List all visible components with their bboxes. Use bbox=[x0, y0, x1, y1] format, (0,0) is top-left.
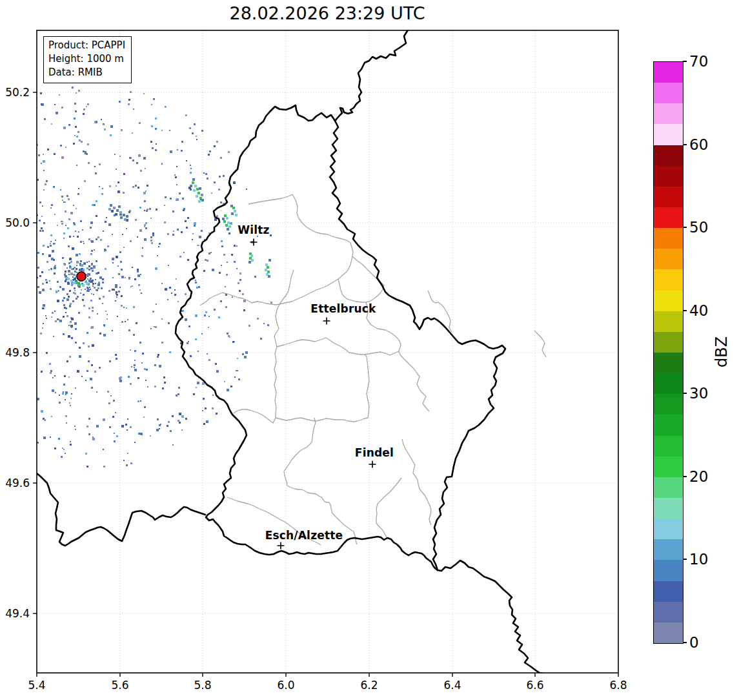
colorbar-tick bbox=[683, 393, 687, 394]
x-tick-label: 6.4 bbox=[443, 679, 461, 692]
info-height: Height: 1000 m bbox=[48, 52, 125, 66]
x-tick-label: 5.4 bbox=[28, 679, 45, 692]
x-tick-label: 6.6 bbox=[526, 679, 543, 692]
info-product: Product: PCAPPI bbox=[48, 39, 125, 52]
colorbar-tick-label: 40 bbox=[689, 302, 708, 319]
colorbar-segment bbox=[654, 166, 683, 187]
colorbar-tick bbox=[683, 310, 687, 311]
x-tick-label: 6.0 bbox=[277, 679, 294, 692]
colorbar-tick-label: 10 bbox=[689, 551, 708, 568]
colorbar-segment bbox=[654, 269, 683, 290]
dbz-colorbar bbox=[653, 61, 683, 644]
colorbar-segment bbox=[654, 103, 683, 124]
colorbar-segment bbox=[654, 394, 683, 415]
city-marker-findel bbox=[369, 461, 376, 468]
colorbar-tick-label: 50 bbox=[689, 219, 708, 236]
x-tick-label: 6.8 bbox=[609, 679, 627, 692]
colorbar-tick-label: 60 bbox=[689, 136, 708, 153]
x-tick-label: 5.6 bbox=[111, 679, 128, 692]
colorbar-tick bbox=[683, 144, 687, 145]
radar-figure: 28.02.2026 23:29 UTC Product: PCAPPI Hei… bbox=[0, 0, 739, 700]
colorbar-tick-label: 30 bbox=[689, 385, 708, 402]
product-info-box: Product: PCAPPI Height: 1000 m Data: RMI… bbox=[43, 36, 132, 83]
colorbar-segment bbox=[654, 145, 683, 166]
colorbar-tick bbox=[683, 642, 687, 643]
colorbar-segment bbox=[654, 353, 683, 373]
city-label-findel: Findel bbox=[355, 446, 394, 459]
colorbar-segment bbox=[654, 62, 683, 83]
info-data-source: Data: RMIB bbox=[48, 66, 125, 79]
colorbar-segment bbox=[654, 602, 683, 623]
colorbar-segment bbox=[654, 332, 683, 353]
colorbar-segment bbox=[654, 498, 683, 519]
map-canvas bbox=[0, 0, 739, 700]
colorbar-segment bbox=[654, 207, 683, 228]
figure-title: 28.02.2026 23:29 UTC bbox=[229, 3, 425, 23]
y-tick-label: 49.4 bbox=[5, 607, 30, 620]
colorbar-segment bbox=[654, 519, 683, 539]
radar-site-dot bbox=[77, 272, 86, 281]
x-tick-label: 5.8 bbox=[194, 679, 211, 692]
colorbar-segment bbox=[654, 124, 683, 145]
y-tick-label: 49.6 bbox=[5, 477, 30, 489]
colorbar-tick bbox=[683, 559, 687, 560]
colorbar-segment bbox=[654, 228, 683, 249]
colorbar-tick bbox=[683, 61, 687, 62]
colorbar-tick-label: 70 bbox=[689, 53, 708, 70]
colorbar-segment bbox=[654, 581, 683, 602]
y-tick-label: 50.0 bbox=[5, 216, 30, 229]
colorbar-tick-label: 0 bbox=[689, 634, 699, 651]
colorbar-segment bbox=[654, 415, 683, 435]
city-marker-wiltz bbox=[250, 239, 258, 246]
colorbar-segment bbox=[654, 477, 683, 498]
colorbar-tick bbox=[683, 227, 687, 228]
colorbar-segment bbox=[654, 457, 683, 477]
city-label-ettelbruck: Ettelbruck bbox=[310, 302, 376, 315]
colorbar-segment bbox=[654, 83, 683, 103]
colorbar-segment bbox=[654, 539, 683, 560]
colorbar-segment bbox=[654, 187, 683, 207]
colorbar-segment bbox=[654, 291, 683, 311]
colorbar-segment bbox=[654, 373, 683, 394]
colorbar-tick-label: 20 bbox=[689, 468, 708, 485]
city-label-wiltz: Wiltz bbox=[238, 223, 269, 236]
colorbar-segment bbox=[654, 560, 683, 581]
colorbar-segment bbox=[654, 623, 683, 643]
city-label-esch-alzette: Esch/Alzette bbox=[265, 529, 343, 542]
colorbar-tick bbox=[683, 476, 687, 477]
colorbar-segment bbox=[654, 311, 683, 332]
colorbar-unit-label: dBZ bbox=[713, 336, 731, 367]
city-marker-esch-alzette bbox=[278, 542, 285, 550]
y-tick-label: 49.8 bbox=[5, 346, 30, 359]
x-tick-label: 6.2 bbox=[360, 679, 378, 692]
colorbar-segment bbox=[654, 249, 683, 269]
colorbar-segment bbox=[654, 436, 683, 457]
city-marker-ettelbruck bbox=[323, 318, 330, 325]
y-tick-label: 50.2 bbox=[5, 86, 30, 99]
